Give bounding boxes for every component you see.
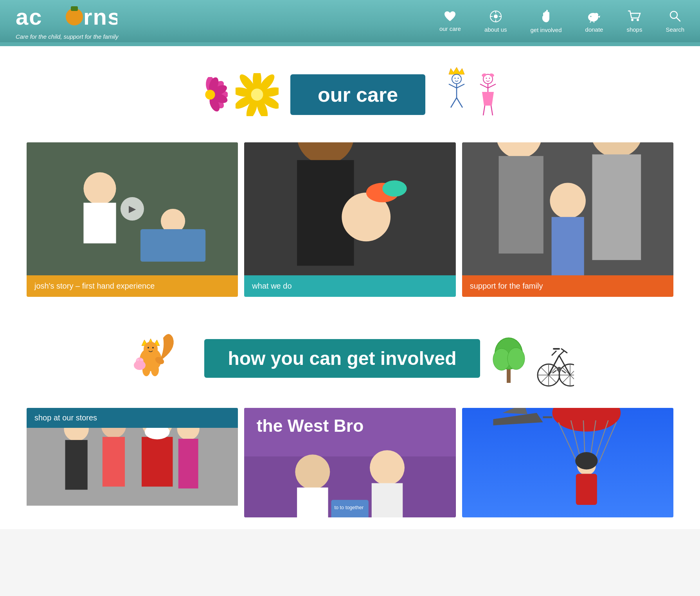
svg-point-75	[550, 183, 585, 218]
nav-label-get-involved: get involved	[530, 27, 561, 33]
gi-deco-right	[488, 324, 574, 392]
hero-deco-left	[193, 73, 279, 116]
photo-grid: ▶ josh's story – first hand experience w…	[0, 131, 700, 309]
get-involved-title: how you can get involved	[228, 348, 456, 369]
svg-point-93	[507, 348, 525, 370]
what-we-do-card[interactable]: what we do	[244, 142, 455, 297]
nav-label-donate: donate	[585, 26, 603, 33]
svg-line-55	[488, 84, 496, 88]
svg-point-14	[590, 16, 592, 17]
pink-flower-icon	[193, 77, 228, 112]
svg-line-113	[562, 370, 566, 373]
svg-point-87	[136, 357, 144, 365]
svg-rect-121	[142, 437, 173, 486]
main-nav: our care about us	[439, 10, 684, 33]
logo-area[interactable]: ac rns Care for the child, support for t…	[16, 3, 119, 40]
shop-stores-caption-overlay: shop at our stores	[27, 408, 238, 428]
logo-tagline: Care for the child, support for the fami…	[16, 33, 119, 40]
logo: ac rns	[16, 3, 119, 32]
svg-point-60	[83, 172, 116, 205]
hero-deco-right	[437, 63, 507, 127]
svg-marker-38	[449, 67, 464, 74]
svg-rect-126	[178, 439, 198, 488]
play-button[interactable]: ▶	[121, 197, 144, 221]
svg-line-44	[457, 84, 464, 88]
west-brom-photo: the West Bro to to together	[244, 408, 455, 517]
svg-line-57	[491, 106, 493, 115]
svg-point-79	[144, 342, 158, 356]
svg-point-89	[140, 359, 143, 361]
skydive-card[interactable]	[462, 408, 673, 517]
svg-point-85	[151, 364, 159, 376]
svg-text:the West Bro: the West Bro	[257, 416, 364, 435]
hero-section: our care	[0, 43, 700, 131]
svg-line-56	[483, 106, 485, 115]
svg-line-54	[480, 84, 488, 88]
search-icon	[669, 10, 681, 25]
support-family-caption: support for the family	[462, 275, 673, 297]
svg-line-107	[559, 351, 564, 355]
svg-point-41	[458, 78, 459, 79]
svg-rect-131	[297, 488, 328, 517]
our-care-banner[interactable]: our care	[290, 74, 425, 115]
svg-point-146	[575, 452, 597, 469]
piggy-bank-icon	[587, 10, 601, 25]
svg-line-18	[677, 18, 680, 21]
shop-stores-card[interactable]: shop at our stores	[27, 408, 238, 517]
nav-item-search[interactable]: Search	[666, 10, 684, 33]
svg-rect-61	[83, 203, 116, 243]
svg-point-11	[594, 13, 598, 17]
nav-label-shops: shops	[626, 26, 642, 33]
svg-rect-145	[576, 474, 597, 505]
svg-point-88	[136, 359, 139, 361]
svg-text:rns: rns	[83, 4, 117, 29]
svg-line-43	[449, 84, 457, 88]
west-brom-card[interactable]: the West Bro to to together	[244, 408, 455, 517]
svg-text:to to together: to to together	[335, 504, 364, 510]
svg-line-12	[590, 21, 591, 23]
skydive-photo	[462, 408, 673, 517]
shop-stores-photo: shop at our stores	[27, 408, 238, 506]
svg-point-48	[486, 78, 487, 79]
svg-line-46	[457, 98, 462, 108]
josh-story-card[interactable]: ▶ josh's story – first hand experience	[27, 142, 238, 297]
nav-label-search: Search	[666, 26, 684, 33]
svg-point-49	[489, 78, 490, 79]
svg-rect-2	[71, 6, 78, 11]
get-involved-banner[interactable]: how you can get involved	[204, 339, 480, 378]
svg-text:ac: ac	[16, 4, 43, 29]
support-family-photo	[462, 142, 673, 275]
svg-point-37	[251, 89, 263, 101]
nav-label-about-us: about us	[484, 26, 507, 33]
svg-point-111	[557, 367, 561, 372]
josh-story-photo: ▶	[27, 142, 238, 275]
nav-label-our-care: our care	[439, 25, 461, 32]
bottom-grid: shop at our stores the West Bro to to to…	[0, 408, 700, 529]
yellow-flower-icon	[236, 73, 279, 116]
svg-point-130	[295, 454, 330, 489]
squirrel-icon	[126, 326, 196, 389]
svg-point-5	[494, 14, 498, 18]
svg-point-132	[370, 450, 405, 485]
nav-item-shops[interactable]: shops	[626, 10, 642, 33]
svg-point-69	[383, 180, 407, 197]
svg-rect-76	[551, 217, 584, 275]
svg-point-81	[152, 347, 154, 348]
support-family-card[interactable]: support for the family	[462, 142, 673, 297]
what-we-do-caption: what we do	[244, 275, 455, 297]
nav-item-our-care[interactable]: our care	[439, 11, 461, 32]
josh-story-caption: josh's story – first hand experience	[27, 275, 238, 297]
nav-item-donate[interactable]: donate	[585, 10, 603, 33]
nav-item-get-involved[interactable]: get involved	[530, 10, 561, 33]
what-we-do-photo	[244, 142, 455, 275]
svg-line-109	[552, 351, 556, 355]
cart-icon	[628, 10, 641, 25]
site-header: ac rns Care for the child, support for t…	[0, 0, 700, 43]
svg-point-27	[205, 90, 215, 99]
nav-item-about-us[interactable]: about us	[484, 10, 507, 33]
svg-point-15	[631, 19, 633, 21]
tree-bike-icon	[488, 324, 574, 391]
heart-icon	[444, 11, 456, 24]
svg-line-45	[451, 98, 457, 108]
svg-point-39	[452, 74, 461, 84]
